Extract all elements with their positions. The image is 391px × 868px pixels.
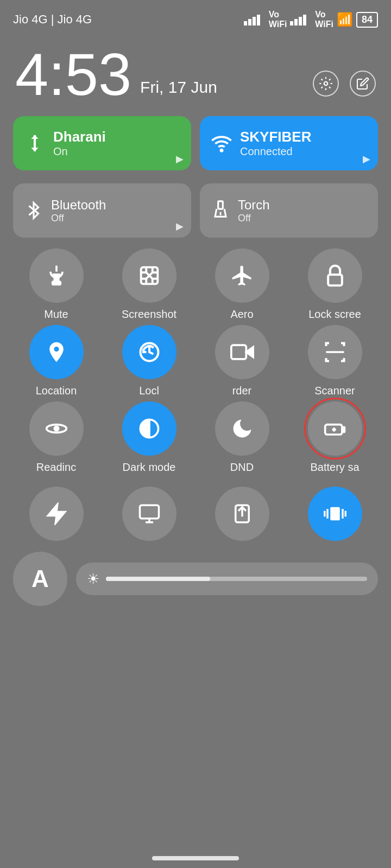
reading-item[interactable]: Readinc [18, 401, 94, 474]
recorder-item[interactable]: rder [204, 325, 280, 397]
location-icon [29, 325, 84, 379]
dnd-item[interactable]: DND [204, 401, 280, 474]
svg-point-10 [220, 150, 222, 151]
vowifi-label-2: VoWiFi [315, 10, 333, 29]
edit-icon[interactable] [350, 71, 376, 97]
flash-icon [29, 487, 84, 541]
wifi-tile[interactable]: SKYFIBER Connected ▶ [200, 116, 378, 170]
svg-rect-11 [218, 201, 223, 209]
svg-point-8 [324, 82, 328, 86]
aeroplane-label: Aero [230, 308, 253, 321]
tiles-row-1: Dharani On ▶ SKYFIBER Connected ▶ [0, 110, 391, 177]
signal-icon [244, 14, 266, 25]
battery-indicator: 84 [356, 12, 378, 28]
clock-time: 4:53 [15, 44, 131, 104]
batterysaver-icon [308, 401, 362, 456]
font-size-icon[interactable]: A [13, 552, 67, 606]
screenshot-item[interactable]: Screenshot [111, 248, 187, 321]
cast-icon [122, 487, 176, 541]
flash-item[interactable] [18, 487, 94, 541]
wifi-tile-icon [211, 132, 232, 154]
wifi-icon: 📶 [337, 12, 353, 27]
lockrotation-item[interactable]: Locl [111, 325, 187, 397]
svg-rect-19 [328, 275, 342, 285]
tile-arrow-1: ▶ [176, 153, 184, 165]
torch-icon [211, 200, 230, 221]
tile-arrow-3: ▶ [176, 220, 184, 232]
mobile-data-tile[interactable]: Dharani On ▶ [13, 116, 191, 170]
location-label: Location [36, 385, 77, 397]
svg-rect-3 [257, 15, 260, 25]
svg-rect-2 [253, 17, 256, 25]
svg-marker-31 [48, 505, 65, 524]
screenshot-label: Screenshot [122, 308, 176, 321]
settings-icon[interactable] [313, 71, 339, 97]
cast-item[interactable] [111, 487, 187, 541]
svg-rect-32 [140, 505, 159, 519]
signal-icon-2 [290, 14, 312, 25]
brightness-row: A ☀ [0, 541, 391, 611]
brightness-slider[interactable]: ☀ [76, 563, 378, 595]
nfc-icon [215, 487, 269, 541]
icon-grid: Mute Screenshot [0, 244, 391, 482]
svg-rect-1 [248, 19, 251, 25]
batterysaver-item[interactable]: Battery sa [297, 401, 373, 474]
status-bar: Jio 4G | Jio 4G VoWiFi VoWiFi 📶 84 [0, 0, 391, 34]
mute-label: Mute [44, 308, 68, 321]
svg-rect-22 [231, 345, 246, 359]
mute-item[interactable]: Mute [18, 248, 94, 321]
svg-marker-21 [246, 347, 253, 357]
mobile-data-info: Dharani On [53, 129, 106, 158]
icon-row-1: Mute Screenshot [10, 248, 381, 321]
wifi-info: SKYFIBER Connected [240, 129, 311, 158]
reading-label: Readinc [36, 461, 76, 474]
screenshot-icon [122, 248, 176, 303]
svg-rect-15 [52, 282, 60, 285]
mobile-data-icon [24, 132, 46, 154]
darkmode-label: Dark mode [123, 461, 176, 474]
tile-arrow-2: ▶ [363, 153, 370, 165]
bluetooth-tile[interactable]: Bluetooth Off ▶ [13, 183, 191, 238]
clock-date: Fri, 17 Jun [140, 78, 217, 97]
darkmode-icon [122, 401, 176, 456]
svg-rect-6 [299, 17, 302, 25]
status-icons: VoWiFi VoWiFi 📶 84 [244, 10, 378, 29]
aeroplane-item[interactable]: Aero [204, 248, 280, 321]
torch-info: Torch Off [238, 197, 270, 224]
scanner-icon [308, 325, 362, 379]
mute-icon [29, 248, 84, 303]
svg-rect-0 [244, 21, 247, 25]
icon-row-3: Readinc Dark mode DND [10, 401, 381, 474]
lockrotation-icon [122, 325, 176, 379]
reading-icon [29, 401, 84, 456]
clock-area: 4:53 Fri, 17 Jun [0, 34, 391, 110]
svg-rect-36 [330, 507, 340, 521]
svg-rect-4 [290, 21, 293, 25]
bluetooth-info: Bluetooth Off [51, 197, 106, 224]
vowifi-label: VoWiFi [269, 10, 287, 29]
aeroplane-icon [215, 248, 269, 303]
lockscreen-icon [308, 248, 362, 303]
bluetooth-icon [24, 200, 43, 221]
torch-tile[interactable]: Torch Off [200, 183, 378, 238]
brightness-track [106, 577, 367, 581]
batterysaver-label: Battery sa [310, 461, 359, 474]
carrier-text: Jio 4G | Jio 4G [13, 12, 92, 27]
vibrate-item[interactable] [297, 487, 373, 541]
vibrate-icon [308, 487, 362, 541]
scanner-label: Scanner [314, 385, 355, 397]
lockscreen-item[interactable]: Lock scree [297, 248, 373, 321]
svg-rect-5 [294, 19, 298, 25]
bottom-row [0, 482, 391, 541]
darkmode-item[interactable]: Dark mode [111, 401, 187, 474]
lockrotation-label: Locl [139, 385, 159, 397]
recorder-icon [215, 325, 269, 379]
scanner-item[interactable]: Scanner [297, 325, 373, 397]
dnd-label: DND [230, 461, 254, 474]
nfc-item[interactable] [204, 487, 280, 541]
location-item[interactable]: Location [18, 325, 94, 397]
svg-rect-7 [303, 15, 306, 25]
svg-point-25 [54, 426, 58, 430]
home-indicator[interactable] [152, 856, 239, 860]
dnd-icon [215, 401, 269, 456]
